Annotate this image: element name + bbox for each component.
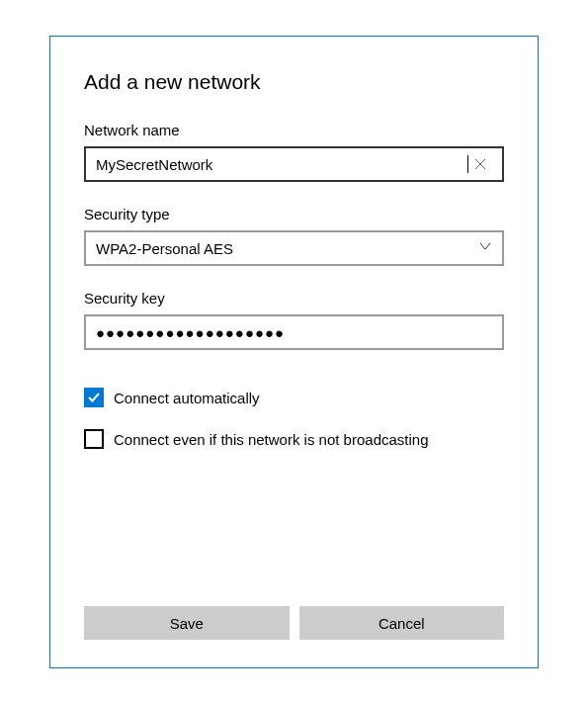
connect-auto-checkbox-row[interactable]: Connect automatically bbox=[84, 388, 504, 407]
security-type-label: Security type bbox=[84, 206, 504, 222]
cancel-button[interactable]: Cancel bbox=[299, 606, 505, 640]
connect-hidden-checkbox-row[interactable]: Connect even if this network is not broa… bbox=[84, 429, 504, 449]
close-icon bbox=[474, 158, 486, 170]
security-key-group: Security key ●●●●●●●●●●●●●●●●●●● bbox=[84, 290, 504, 350]
chevron-down-icon bbox=[478, 239, 492, 257]
security-type-select[interactable]: WPA2-Personal AES bbox=[84, 230, 504, 266]
security-key-input[interactable]: ●●●●●●●●●●●●●●●●●●● bbox=[84, 314, 504, 350]
security-key-label: Security key bbox=[84, 290, 504, 307]
clear-input-button[interactable] bbox=[468, 152, 492, 176]
network-name-label: Network name bbox=[84, 122, 504, 138]
dialog-title: Add a new network bbox=[84, 70, 504, 94]
network-name-group: Network name MySecretNetwork bbox=[84, 122, 504, 182]
connect-hidden-label: Connect even if this network is not broa… bbox=[114, 431, 429, 448]
connect-auto-checkbox[interactable] bbox=[84, 388, 104, 407]
connect-hidden-checkbox[interactable] bbox=[84, 429, 104, 449]
add-network-dialog: Add a new network Network name MySecretN… bbox=[49, 36, 539, 668]
network-name-input[interactable]: MySecretNetwork bbox=[96, 156, 468, 173]
save-button[interactable]: Save bbox=[84, 606, 290, 640]
security-type-value: WPA2-Personal AES bbox=[96, 240, 478, 257]
network-name-input-wrap[interactable]: MySecretNetwork bbox=[84, 146, 504, 182]
security-key-masked: ●●●●●●●●●●●●●●●●●●● bbox=[96, 324, 285, 341]
connect-auto-label: Connect automatically bbox=[114, 390, 260, 406]
button-row: Save Cancel bbox=[84, 606, 504, 640]
checkmark-icon bbox=[87, 391, 101, 404]
security-type-group: Security type WPA2-Personal AES bbox=[84, 206, 504, 266]
